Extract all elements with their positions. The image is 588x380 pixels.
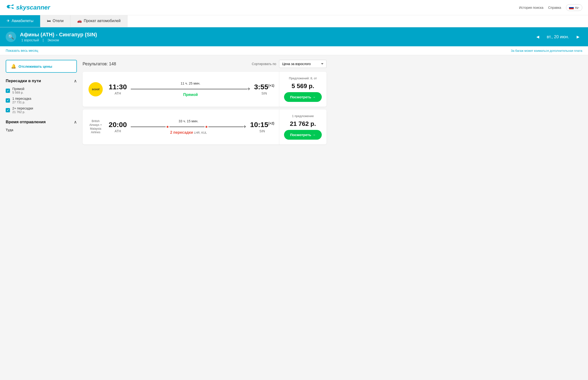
search-meta: 1 взрослый | Эконом <box>20 38 530 42</box>
flight-1-depart-airport: ATH <box>109 92 127 95</box>
flight-1-depart: 11:30 ATH <box>109 83 127 95</box>
track-prices-button[interactable]: 🔔 Отслеживать цены <box>6 60 77 73</box>
skyscanner-logo-icon <box>6 3 14 12</box>
passengers-label: 1 взрослый <box>21 38 39 42</box>
departure-time-title: Время отправления <box>6 120 46 124</box>
1stop-checkbox[interactable] <box>6 98 10 103</box>
2stops-label: 2+ пересадки <box>12 106 33 110</box>
flight-2-depart-airport: ATH <box>109 129 127 133</box>
flight-2-depart: 20:00 ATH <box>109 121 127 133</box>
sidebar: 🔔 Отслеживать цены Пересадки в пути ∧ Пр… <box>6 60 77 147</box>
arrive-sup-1: (+1) <box>268 84 274 87</box>
line-dots <box>131 127 243 127</box>
departure-subtitle: Туда <box>6 128 77 132</box>
scoot-logo: scoot <box>89 82 103 96</box>
flight-2-price: 21 762 р. <box>290 120 316 128</box>
tab-cars[interactable]: 🚗 Прокат автомобилей <box>71 15 127 27</box>
sort-label: Сортировать по <box>252 62 276 66</box>
2stops-price: 21 762 р. <box>12 110 33 114</box>
flight-1-arrive: 3:55(+1) SIN <box>254 83 274 95</box>
flight-1-times: 11:30 ATH 11 ч. 25 мин. ✈ Прямой <box>109 81 274 97</box>
track-prices-label: Отслеживать цены <box>18 64 52 68</box>
tab-flights-label: Авиабилеты <box>12 19 34 23</box>
filter-item-2stops[interactable]: 2+ пересадки 21 762 р. <box>6 106 77 114</box>
filter-item-direct[interactable]: Прямой 5 569 р. <box>6 87 77 94</box>
flight-1-route-line: ✈ <box>131 87 250 91</box>
cars-icon: 🚗 <box>77 19 82 23</box>
results-count: Результатов: 148 <box>83 61 116 67</box>
line-seg-1 <box>131 127 166 127</box>
next-date-arrow[interactable]: ► <box>574 33 582 41</box>
departure-time-filter: Время отправления ∧ Туда <box>6 119 77 132</box>
flag-icon <box>569 6 574 9</box>
1stop-filter-info: 1 пересадка 27 731 р. <box>12 97 31 104</box>
stops-filter-header: Пересадки в пути ∧ <box>6 78 77 84</box>
airline-name-2: British Airways + Malaysia Airlines <box>87 119 104 134</box>
flight-2-airports: LHR, KUL <box>194 131 207 134</box>
flight-2-arrive-time: 10:15(+2) <box>250 121 274 128</box>
flight-1-price: 5 569 р. <box>292 82 314 90</box>
meta-separator: | <box>43 38 45 42</box>
direct-label: Прямой <box>12 87 24 91</box>
flight-2-offer-label: 1 предложение <box>292 114 314 118</box>
tab-cars-label: Прокат автомобилей <box>84 19 121 23</box>
language-button[interactable]: ru- <box>566 4 582 11</box>
1stop-price: 27 731 р. <box>12 100 31 104</box>
flight-2-main: British Airways + Malaysia Airlines 20:0… <box>83 110 279 144</box>
flight-1-duration: 11 ч. 25 мин. <box>131 81 250 85</box>
search-bar: 🔍 Афины (ATH) - Сингапур (SIN) 1 взрослы… <box>0 27 588 46</box>
search-history-link[interactable]: История поиска <box>519 6 543 9</box>
flight-2-view-button[interactable]: Посмотреть → <box>284 130 322 140</box>
search-route[interactable]: Афины (ATH) - Сингапур (SIN) <box>20 32 530 38</box>
flight-1-arrive-airport: SIN <box>254 92 274 95</box>
results-area: Результатов: 148 Сортировать по Цена за … <box>83 60 326 147</box>
2stops-filter-info: 2+ пересадки 21 762 р. <box>12 106 33 114</box>
logo-text: skyscanner <box>16 4 50 11</box>
stops-filter: Пересадки в пути ∧ Прямой 5 569 р. 1 пер… <box>6 78 77 114</box>
show-month-link[interactable]: Показать весь месяц <box>6 49 38 53</box>
search-nav: ◄ вт., 20 июн. ► <box>534 33 582 41</box>
prev-date-arrow[interactable]: ◄ <box>534 33 542 41</box>
flight-2-depart-time: 20:00 <box>109 121 127 128</box>
flight-2-arrive-airport: SIN <box>250 129 274 133</box>
bell-icon: 🔔 <box>11 64 16 69</box>
airline-logo-2: British Airways + Malaysia Airlines <box>87 119 104 134</box>
2stops-checkbox[interactable] <box>6 108 10 112</box>
line-seg-2 <box>169 127 204 127</box>
help-link[interactable]: Справка <box>548 6 561 9</box>
stops-filter-title: Пересадки в пути <box>6 79 41 83</box>
flight-1-middle: 11 ч. 25 мин. ✈ Прямой <box>127 81 254 97</box>
direct-price: 5 569 р. <box>12 91 24 94</box>
direct-checkbox[interactable] <box>6 89 10 93</box>
scoot-logo-text: scoot <box>92 88 99 91</box>
sort-section: Сортировать по Цена за взрослого <box>252 60 326 68</box>
line-seg-3 <box>208 127 243 127</box>
plane-icon-2: ✈ <box>243 124 246 129</box>
flight-1-stops: Прямой <box>131 93 250 97</box>
flight-card-1: scoot 11:30 ATH 11 ч. 25 мин. ✈ <box>83 72 326 107</box>
tab-flights[interactable]: ✈ Авиабилеты <box>0 15 40 27</box>
tab-hotels-label: Отели <box>53 19 64 23</box>
tab-hotels[interactable]: 🛏 Отели <box>40 15 71 27</box>
plane-icon: ✈ <box>247 87 250 91</box>
sub-bar: Показать весь месяц За багаж может взима… <box>0 46 588 55</box>
flight-2-stops-info: 2 пересадки LHR, KUL <box>131 130 246 135</box>
flight-card-2: British Airways + Malaysia Airlines 20:0… <box>83 110 326 144</box>
header-right: История поиска Справка ru- <box>519 4 582 11</box>
filter-item-1stop[interactable]: 1 пересадка 27 731 р. <box>6 97 77 104</box>
departure-time-toggle[interactable]: ∧ <box>74 119 77 125</box>
flights-icon: ✈ <box>7 19 10 23</box>
flight-1-offer-label: Предложений: 8, от <box>289 76 317 80</box>
main-layout: 🔔 Отслеживать цены Пересадки в пути ∧ Пр… <box>0 55 332 152</box>
search-info: Афины (ATH) - Сингапур (SIN) 1 взрослый … <box>20 32 530 42</box>
sort-select[interactable]: Цена за взрослого <box>279 60 326 68</box>
search-icon: 🔍 <box>6 32 16 42</box>
1stop-label: 1 пересадка <box>12 97 31 100</box>
search-date: вт., 20 июн. <box>547 35 569 39</box>
line-before <box>131 89 247 89</box>
stops-filter-toggle[interactable]: ∧ <box>74 78 77 84</box>
flight-2-times: 20:00 ATH 33 ч. 15 мин. <box>109 119 274 135</box>
flight-2-stops-label: 2 пересадки <box>170 130 193 134</box>
class-label: Эконом <box>47 38 59 42</box>
flight-1-view-button[interactable]: Посмотреть → <box>284 92 322 102</box>
